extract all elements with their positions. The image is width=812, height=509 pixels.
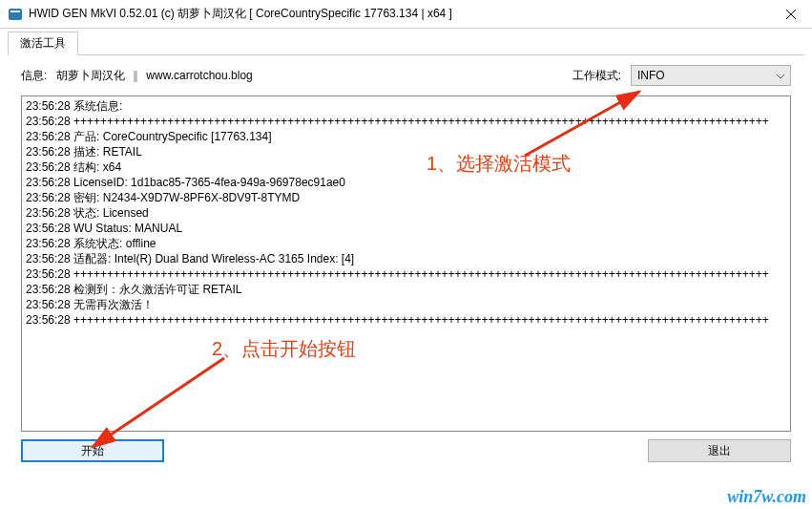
log-line: 23:56:28 状态: Licensed: [26, 205, 786, 221]
log-output[interactable]: 23:56:28 系统信息:23:56:28 +++++++++++++++++…: [21, 95, 791, 432]
log-line: 23:56:28 系统信息:: [26, 98, 786, 114]
info-label: 信息:: [21, 68, 47, 84]
svg-rect-1: [10, 11, 20, 12]
app-icon: [8, 7, 23, 22]
info-row: 信息: 胡萝卜周汉化 ‖ www.carrotchou.blog 工作模式: I…: [8, 59, 804, 92]
log-line: 23:56:28 +++++++++++++++++++++++++++++++…: [26, 266, 786, 282]
mode-select[interactable]: INFO: [631, 65, 791, 86]
log-line: 23:56:28 无需再次激活！: [26, 297, 786, 312]
log-line: 23:56:28 产品: CoreCountrySpecific [17763.…: [26, 129, 786, 144]
log-line: 23:56:28 适配器: Intel(R) Dual Band Wireles…: [26, 251, 786, 266]
log-line: 23:56:28 结构: x64: [26, 159, 786, 175]
tab-row: 激活工具: [8, 31, 804, 55]
svg-rect-0: [9, 9, 22, 20]
tab-activate[interactable]: 激活工具: [8, 32, 78, 55]
exit-button[interactable]: 退出: [648, 439, 791, 462]
mode-select-value: INFO: [637, 69, 665, 82]
start-button[interactable]: 开始: [21, 439, 164, 462]
log-line: 23:56:28 描述: RETAIL: [26, 144, 786, 159]
window-titlebar: HWID GEN MkVI 0.52.01 (c) 胡萝卜周汉化 [ CoreC…: [0, 0, 812, 29]
info-url: www.carrotchou.blog: [146, 69, 252, 82]
button-row: 开始 退出: [8, 439, 804, 462]
log-line: 23:56:28 LicenseID: 1d1bac85-7365-4fea-9…: [26, 175, 786, 190]
log-line: 23:56:28 密钥: N2434-X9D7W-8PF6X-8DV9T-8TY…: [26, 190, 786, 205]
log-line: 23:56:28 检测到：永久激活许可证 RETAIL: [26, 282, 786, 297]
watermark: win7w.com: [727, 487, 806, 507]
mode-label: 工作模式:: [573, 68, 621, 84]
client-area: 激活工具 信息: 胡萝卜周汉化 ‖ www.carrotchou.blog 工作…: [0, 29, 812, 470]
info-separator: ‖: [133, 69, 138, 82]
window-title: HWID GEN MkVI 0.52.01 (c) 胡萝卜周汉化 [ CoreC…: [29, 6, 769, 22]
log-line: 23:56:28 +++++++++++++++++++++++++++++++…: [26, 312, 786, 328]
log-line: 23:56:28 系统状态: offline: [26, 236, 786, 251]
log-line: 23:56:28 +++++++++++++++++++++++++++++++…: [26, 114, 786, 129]
chevron-down-icon: [777, 69, 784, 82]
log-line: 23:56:28 WU Status: MANUAL: [26, 221, 786, 236]
close-button[interactable]: [769, 0, 812, 29]
info-author: 胡萝卜周汉化: [56, 68, 125, 84]
